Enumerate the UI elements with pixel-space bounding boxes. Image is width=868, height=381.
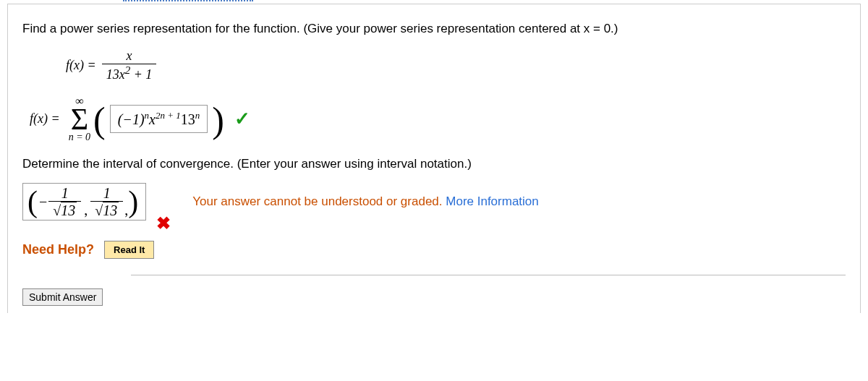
interval-prompt: Determine the interval of convergence. (… (22, 157, 846, 171)
divider (131, 275, 846, 275)
sum-lower: n = 0 (69, 132, 90, 142)
check-icon: ✓ (234, 108, 250, 130)
more-info-link[interactable]: More Information (446, 194, 539, 208)
interval-answer-input[interactable]: ( − 1 √13 , 1 √13 , ) (22, 183, 146, 221)
problem-prompt: Find a power series representation for t… (22, 22, 846, 36)
read-it-button[interactable]: Read It (104, 241, 154, 259)
interval-expression: ( − 1 √13 , 1 √13 , ) (27, 185, 138, 218)
function-fraction: x 13x2 + 1 (102, 49, 157, 82)
sigma-icon: Σ (71, 107, 88, 133)
dotted-separator (123, 0, 253, 2)
series-fx-label: f(x) = (30, 111, 60, 127)
submit-answer-button[interactable]: Submit Answer (22, 288, 103, 306)
fx-label: f(x) = (66, 58, 96, 73)
denominator: 13x2 + 1 (102, 64, 157, 82)
series-expression: (−1)nx2n + 113n (118, 110, 200, 128)
help-row: Need Help? Read It (22, 241, 846, 259)
series-answer-input[interactable]: (−1)nx2n + 113n (110, 105, 208, 133)
function-definition: f(x) = x 13x2 + 1 (66, 49, 846, 82)
problem-container: Find a power series representation for t… (7, 4, 861, 313)
interval-row: ( − 1 √13 , 1 √13 , ) ✖ (22, 183, 846, 221)
need-help-label: Need Help? (22, 242, 94, 257)
feedback-message: Your answer cannot be understood or grad… (192, 194, 539, 209)
cross-icon: ✖ (156, 213, 171, 234)
series-row: f(x) = ∞ Σ n = 0 ( (−1)nx2n + 113n ) ✓ (30, 95, 846, 143)
summation-symbol: ∞ Σ n = 0 (69, 95, 90, 143)
numerator: x (122, 49, 136, 64)
